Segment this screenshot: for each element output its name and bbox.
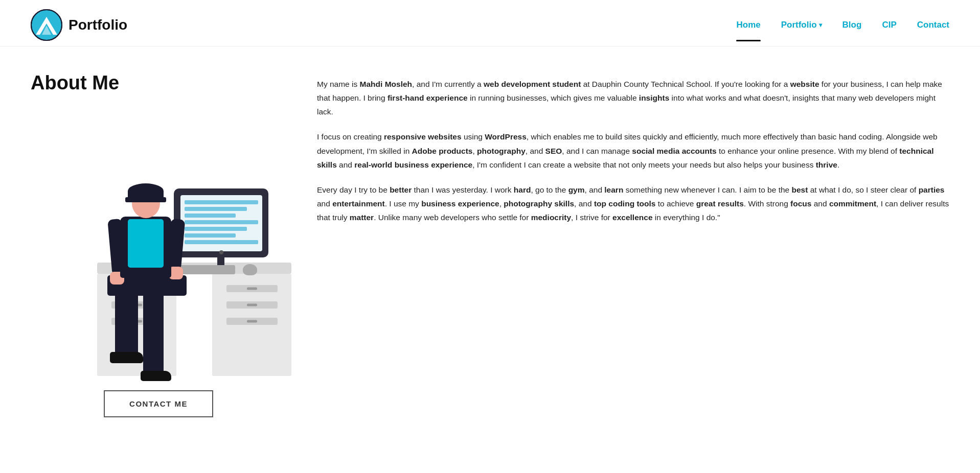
main-content: About Me <box>0 46 980 448</box>
screen-line <box>185 200 258 204</box>
main-nav: Home Portfolio ▾ Blog CIP Contact <box>736 20 949 30</box>
screen-line <box>185 233 236 238</box>
logo-text: Portfolio <box>69 17 127 33</box>
person-shirt <box>128 219 164 268</box>
mouse <box>243 264 257 275</box>
bio-paragraph-2: I focus on creating responsive websites … <box>317 130 949 171</box>
screen-line <box>185 207 247 211</box>
nav-contact[interactable]: Contact <box>917 20 949 30</box>
screen-line <box>185 220 258 224</box>
about-title: About Me <box>31 72 119 94</box>
person-leg-right <box>143 293 164 375</box>
bio-paragraph-3: Every day I try to be better than I was … <box>317 183 949 224</box>
nav-cip[interactable]: CIP <box>882 20 896 30</box>
contact-me-button[interactable]: CONTACT ME <box>104 390 213 417</box>
monitor-screen <box>180 195 262 251</box>
keyboard <box>174 265 235 274</box>
left-column: About Me <box>31 72 286 417</box>
nav-portfolio[interactable]: Portfolio ▾ <box>781 20 822 30</box>
contact-btn-area: CONTACT ME <box>31 390 286 417</box>
nav-portfolio-label: Portfolio <box>781 20 817 30</box>
site-header: Portfolio Home Portfolio ▾ Blog CIP Cont… <box>0 0 980 46</box>
nav-home[interactable]: Home <box>736 20 760 30</box>
right-column: My name is Mahdi Mosleh, and I'm current… <box>317 72 949 235</box>
monitor-body <box>174 188 268 257</box>
person-shoe-left <box>110 352 143 363</box>
person-leg-left <box>115 293 138 360</box>
person-hat <box>128 183 164 199</box>
screen-line <box>185 214 236 218</box>
person-hat-brim <box>125 197 166 202</box>
bio-paragraph-1: My name is Mahdi Mosleh, and I'm current… <box>317 77 949 119</box>
logo-area[interactable]: Portfolio <box>31 9 127 41</box>
screen-line <box>185 240 258 244</box>
logo-icon <box>31 9 62 41</box>
illustration <box>31 109 286 375</box>
desk-right-cabinet <box>212 274 291 376</box>
screen-line <box>185 227 247 231</box>
chevron-down-icon: ▾ <box>819 21 822 29</box>
monitor-dot <box>219 250 223 254</box>
person-shoe-right <box>141 371 171 381</box>
nav-blog[interactable]: Blog <box>842 20 862 30</box>
